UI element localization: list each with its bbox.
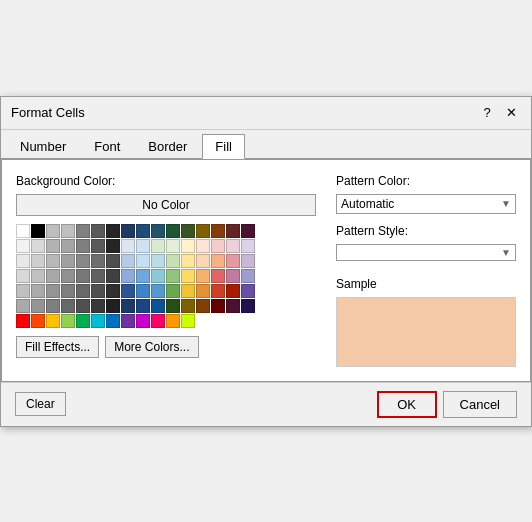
- color-cell-6-4[interactable]: [76, 314, 90, 328]
- color-cell-2-6[interactable]: [106, 254, 120, 268]
- color-cell-2-15[interactable]: [241, 254, 255, 268]
- no-color-button[interactable]: No Color: [16, 194, 316, 216]
- color-cell-3-11[interactable]: [181, 269, 195, 283]
- color-cell-6-0[interactable]: [16, 314, 30, 328]
- color-cell-3-15[interactable]: [241, 269, 255, 283]
- color-cell-0-13[interactable]: [211, 224, 225, 238]
- color-cell-0-10[interactable]: [166, 224, 180, 238]
- color-cell-4-11[interactable]: [181, 284, 195, 298]
- more-colors-button[interactable]: More Colors...: [105, 336, 198, 358]
- color-cell-1-9[interactable]: [151, 239, 165, 253]
- color-cell-4-2[interactable]: [46, 284, 60, 298]
- color-cell-1-5[interactable]: [91, 239, 105, 253]
- color-cell-6-5[interactable]: [91, 314, 105, 328]
- help-button[interactable]: ?: [477, 103, 497, 123]
- color-cell-3-10[interactable]: [166, 269, 180, 283]
- color-cell-6-2[interactable]: [46, 314, 60, 328]
- tab-number[interactable]: Number: [7, 134, 79, 158]
- color-cell-1-1[interactable]: [31, 239, 45, 253]
- color-cell-3-12[interactable]: [196, 269, 210, 283]
- color-cell-4-7[interactable]: [121, 284, 135, 298]
- color-cell-3-14[interactable]: [226, 269, 240, 283]
- color-cell-1-14[interactable]: [226, 239, 240, 253]
- color-cell-5-1[interactable]: [31, 299, 45, 313]
- color-cell-0-5[interactable]: [91, 224, 105, 238]
- color-cell-0-2[interactable]: [46, 224, 60, 238]
- color-cell-4-9[interactable]: [151, 284, 165, 298]
- color-cell-2-10[interactable]: [166, 254, 180, 268]
- color-cell-5-10[interactable]: [166, 299, 180, 313]
- color-cell-2-13[interactable]: [211, 254, 225, 268]
- pattern-color-dropdown[interactable]: Automatic ▼: [336, 194, 516, 214]
- color-cell-4-0[interactable]: [16, 284, 30, 298]
- color-cell-6-6[interactable]: [106, 314, 120, 328]
- color-cell-3-4[interactable]: [76, 269, 90, 283]
- color-cell-1-11[interactable]: [181, 239, 195, 253]
- color-cell-4-3[interactable]: [61, 284, 75, 298]
- color-cell-1-8[interactable]: [136, 239, 150, 253]
- color-cell-3-9[interactable]: [151, 269, 165, 283]
- color-cell-4-4[interactable]: [76, 284, 90, 298]
- color-cell-3-13[interactable]: [211, 269, 225, 283]
- color-cell-5-4[interactable]: [76, 299, 90, 313]
- color-cell-0-15[interactable]: [241, 224, 255, 238]
- color-cell-0-9[interactable]: [151, 224, 165, 238]
- color-cell-4-14[interactable]: [226, 284, 240, 298]
- color-cell-6-8[interactable]: [136, 314, 150, 328]
- color-cell-3-0[interactable]: [16, 269, 30, 283]
- color-cell-5-7[interactable]: [121, 299, 135, 313]
- color-cell-1-15[interactable]: [241, 239, 255, 253]
- color-cell-2-9[interactable]: [151, 254, 165, 268]
- color-cell-4-13[interactable]: [211, 284, 225, 298]
- color-cell-6-7[interactable]: [121, 314, 135, 328]
- color-cell-0-0[interactable]: [16, 224, 30, 238]
- color-cell-5-15[interactable]: [241, 299, 255, 313]
- color-cell-2-12[interactable]: [196, 254, 210, 268]
- color-cell-4-15[interactable]: [241, 284, 255, 298]
- color-cell-5-5[interactable]: [91, 299, 105, 313]
- color-cell-3-6[interactable]: [106, 269, 120, 283]
- color-cell-5-2[interactable]: [46, 299, 60, 313]
- color-cell-0-8[interactable]: [136, 224, 150, 238]
- color-cell-5-12[interactable]: [196, 299, 210, 313]
- color-cell-5-13[interactable]: [211, 299, 225, 313]
- color-cell-0-11[interactable]: [181, 224, 195, 238]
- tab-fill[interactable]: Fill: [202, 134, 245, 159]
- color-cell-0-6[interactable]: [106, 224, 120, 238]
- color-cell-6-10[interactable]: [166, 314, 180, 328]
- color-cell-5-8[interactable]: [136, 299, 150, 313]
- color-cell-1-3[interactable]: [61, 239, 75, 253]
- color-cell-2-11[interactable]: [181, 254, 195, 268]
- color-cell-6-11[interactable]: [181, 314, 195, 328]
- color-cell-2-0[interactable]: [16, 254, 30, 268]
- color-cell-0-14[interactable]: [226, 224, 240, 238]
- color-cell-4-10[interactable]: [166, 284, 180, 298]
- color-cell-1-12[interactable]: [196, 239, 210, 253]
- color-cell-1-13[interactable]: [211, 239, 225, 253]
- color-cell-2-4[interactable]: [76, 254, 90, 268]
- fill-effects-button[interactable]: Fill Effects...: [16, 336, 99, 358]
- color-cell-2-5[interactable]: [91, 254, 105, 268]
- color-cell-5-14[interactable]: [226, 299, 240, 313]
- color-cell-2-3[interactable]: [61, 254, 75, 268]
- color-cell-2-8[interactable]: [136, 254, 150, 268]
- ok-button[interactable]: OK: [377, 391, 437, 418]
- color-cell-5-0[interactable]: [16, 299, 30, 313]
- color-cell-5-11[interactable]: [181, 299, 195, 313]
- color-cell-4-12[interactable]: [196, 284, 210, 298]
- color-cell-1-0[interactable]: [16, 239, 30, 253]
- color-cell-4-8[interactable]: [136, 284, 150, 298]
- color-cell-6-3[interactable]: [61, 314, 75, 328]
- tab-border[interactable]: Border: [135, 134, 200, 158]
- close-button[interactable]: ✕: [501, 103, 521, 123]
- color-cell-1-10[interactable]: [166, 239, 180, 253]
- clear-button[interactable]: Clear: [15, 392, 66, 416]
- color-cell-2-7[interactable]: [121, 254, 135, 268]
- color-cell-6-9[interactable]: [151, 314, 165, 328]
- color-cell-1-2[interactable]: [46, 239, 60, 253]
- color-cell-1-7[interactable]: [121, 239, 135, 253]
- color-cell-2-2[interactable]: [46, 254, 60, 268]
- color-cell-0-7[interactable]: [121, 224, 135, 238]
- color-cell-0-4[interactable]: [76, 224, 90, 238]
- color-cell-5-3[interactable]: [61, 299, 75, 313]
